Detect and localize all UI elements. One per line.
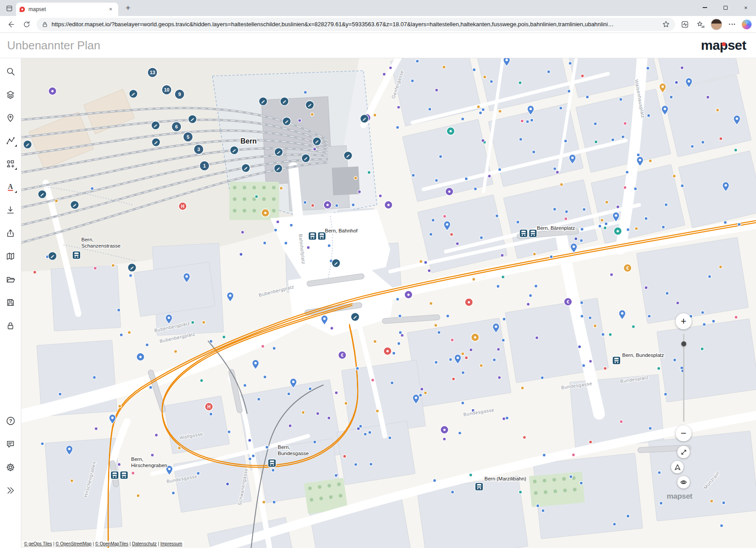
- map-marker[interactable]: [664, 392, 667, 396]
- station-facility-icon[interactable]: [71, 201, 79, 209]
- map-poi-badge[interactable]: €: [338, 351, 346, 359]
- map-marker[interactable]: [451, 491, 454, 494]
- map-poi-badge[interactable]: [404, 291, 412, 299]
- map-marker[interactable]: [420, 260, 423, 263]
- map-marker[interactable]: [149, 386, 152, 389]
- map-marker[interactable]: [670, 96, 673, 99]
- map-marker[interactable]: [389, 66, 392, 69]
- map-marker[interactable]: [196, 472, 200, 475]
- map-marker[interactable]: [657, 367, 660, 370]
- platform-number[interactable]: 6: [172, 122, 181, 132]
- map-marker[interactable]: [129, 274, 132, 277]
- map-marker[interactable]: [33, 271, 36, 274]
- map-marker[interactable]: [716, 108, 719, 112]
- settings-button[interactable]: [2, 457, 20, 477]
- browser-tab[interactable]: mapset ×: [16, 3, 118, 16]
- map-marker[interactable]: [428, 108, 432, 111]
- map-marker[interactable]: [335, 391, 338, 394]
- map-marker[interactable]: [449, 358, 452, 361]
- map-marker[interactable]: [547, 70, 550, 73]
- map-marker[interactable]: [611, 138, 614, 141]
- map-marker[interactable]: [287, 392, 290, 396]
- url-text[interactable]: https://editor.mapset.io/?baselayer=worl…: [52, 21, 659, 28]
- map-marker[interactable]: [594, 140, 597, 144]
- map-marker[interactable]: [330, 327, 333, 330]
- map-marker[interactable]: [392, 352, 396, 355]
- map-marker[interactable]: [481, 139, 484, 142]
- station-facility-icon[interactable]: [280, 97, 289, 106]
- map-marker[interactable]: [550, 255, 553, 258]
- map-marker[interactable]: [155, 433, 158, 436]
- map-marker[interactable]: [202, 321, 205, 324]
- map-marker[interactable]: [580, 301, 583, 304]
- map-marker[interactable]: [619, 98, 622, 101]
- map-marker[interactable]: [136, 494, 140, 497]
- map-marker[interactable]: [605, 200, 608, 204]
- map-marker[interactable]: [589, 440, 592, 444]
- map-marker[interactable]: [620, 420, 623, 423]
- map-poi-badge[interactable]: [465, 298, 473, 306]
- map-marker[interactable]: [691, 145, 694, 148]
- map-marker[interactable]: [369, 463, 372, 466]
- map-marker[interactable]: [627, 228, 630, 231]
- map-marker[interactable]: [151, 454, 154, 457]
- map-marker[interactable]: [568, 62, 572, 65]
- map-marker[interactable]: [559, 107, 562, 110]
- map-marker[interactable]: [676, 301, 679, 304]
- map-marker[interactable]: [472, 68, 476, 71]
- map-marker[interactable]: [316, 412, 319, 415]
- bookmark-star-icon[interactable]: [662, 20, 670, 28]
- map-marker[interactable]: [480, 364, 483, 367]
- map-marker[interactable]: [248, 457, 252, 460]
- close-window-button[interactable]: ×: [736, 0, 756, 15]
- map-marker[interactable]: [626, 515, 629, 518]
- map-marker[interactable]: [469, 473, 472, 476]
- map-poi-badge[interactable]: H: [205, 403, 213, 411]
- platform-number[interactable]: 10: [162, 85, 172, 95]
- map-marker[interactable]: [673, 358, 676, 361]
- map-marker[interactable]: [311, 113, 314, 116]
- map-marker[interactable]: [637, 153, 640, 156]
- map-marker[interactable]: [648, 315, 651, 318]
- map-marker[interactable]: [580, 239, 583, 242]
- map-poi-badge[interactable]: [136, 353, 144, 361]
- map-marker[interactable]: [533, 252, 536, 256]
- map-marker[interactable]: [497, 348, 500, 351]
- map-marker[interactable]: [356, 367, 359, 370]
- map-marker[interactable]: [542, 509, 545, 512]
- map-marker[interactable]: [624, 186, 627, 189]
- map-marker[interactable]: [722, 501, 725, 504]
- zoom-in-button[interactable]: +: [676, 313, 692, 329]
- station-facility-icon[interactable]: [242, 164, 250, 172]
- map-marker[interactable]: [480, 236, 483, 239]
- map-marker[interactable]: [396, 126, 399, 129]
- map-marker[interactable]: [664, 203, 668, 206]
- map-marker[interactable]: [255, 195, 258, 198]
- map-marker[interactable]: [712, 320, 715, 323]
- export-tool-button[interactable]: [2, 223, 20, 243]
- map-marker[interactable]: [502, 339, 505, 342]
- map-marker[interactable]: [556, 171, 559, 174]
- map-marker[interactable]: [93, 376, 96, 379]
- map-marker[interactable]: [434, 324, 437, 327]
- map-marker[interactable]: [313, 440, 316, 444]
- map-marker[interactable]: [424, 261, 427, 264]
- map-marker[interactable]: [391, 381, 394, 384]
- station-facility-icon[interactable]: [351, 313, 360, 321]
- browser-menu-icon[interactable]: [726, 18, 738, 31]
- map-marker[interactable]: [582, 364, 585, 367]
- map-marker[interactable]: [439, 155, 442, 158]
- map-poi-badge[interactable]: [614, 227, 622, 235]
- map-marker[interactable]: [553, 208, 556, 211]
- map-marker[interactable]: [252, 454, 255, 457]
- map-marker[interactable]: [536, 504, 539, 507]
- map-marker[interactable]: [461, 352, 464, 356]
- map-poi-badge[interactable]: [384, 347, 392, 355]
- url-bar[interactable]: https://editor.mapset.io/?baselayer=worl…: [36, 18, 675, 31]
- map-marker[interactable]: [578, 345, 581, 348]
- map-marker[interactable]: [248, 439, 251, 442]
- map-marker[interactable]: [634, 187, 637, 190]
- station-facility-icon[interactable]: [128, 264, 136, 272]
- map-marker[interactable]: [482, 108, 485, 111]
- map-poi-badge[interactable]: €: [564, 298, 572, 306]
